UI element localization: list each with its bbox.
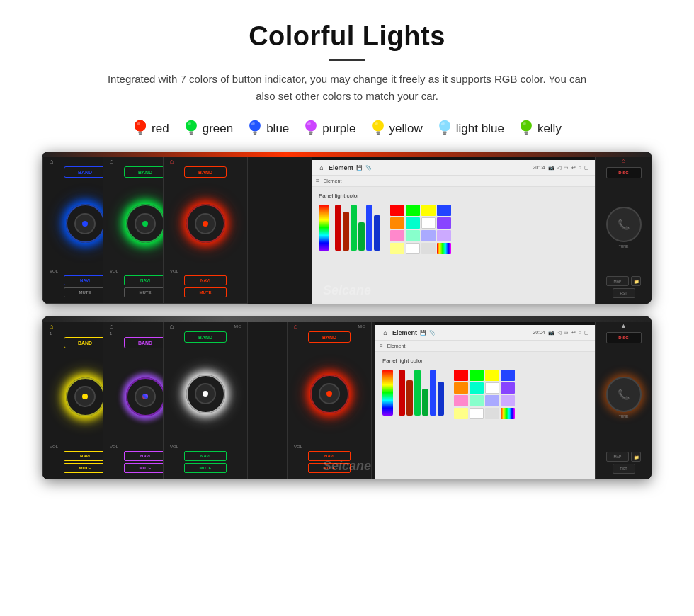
navi-btn-b3[interactable]: NAVI xyxy=(184,451,227,461)
top-red-strip xyxy=(42,152,652,157)
navi-btn-b1[interactable]: NAVI xyxy=(64,451,106,461)
panel-b4-top: ⌂ MIC BAND xyxy=(291,323,368,343)
svg-rect-12 xyxy=(254,133,256,135)
panel-b3-top: ⌂ MIC BAND xyxy=(167,323,244,343)
page-title: Colorful Lights xyxy=(28,21,666,52)
grid-b-cell-7 xyxy=(485,382,499,394)
knob-inner-b3 xyxy=(195,383,216,404)
android-back-icon: ↩ xyxy=(571,165,576,171)
android-topbar-bottom: ⌂ Element 💾 📎 20:04 📷 ◁ ▭ ↩ ○ ▢ xyxy=(375,325,595,341)
color-grid-top xyxy=(390,205,451,254)
mute-btn-p2[interactable]: MUTE xyxy=(124,287,166,297)
grid-b-cell-8 xyxy=(501,382,515,394)
vol-label-b3: VOL xyxy=(167,445,244,449)
grid-cell-8 xyxy=(437,217,451,229)
android-share-icon: 📎 xyxy=(365,165,372,171)
folder-btn-top[interactable]: 📁 xyxy=(631,276,641,286)
home-icon-b2: ⌂ xyxy=(110,323,113,330)
android-home-icon[interactable]: ⌂ xyxy=(317,164,326,172)
hamburger-icon: ≡ xyxy=(316,178,319,184)
grid-b-cell-16 xyxy=(501,408,515,419)
right-middle-bottom: 📞 TUNE xyxy=(606,377,642,418)
color-label-red: red xyxy=(152,122,169,136)
bar-red-1 xyxy=(335,205,341,251)
svg-rect-24 xyxy=(443,133,446,135)
phone-icon-bottom: 📞 xyxy=(618,389,630,400)
folder-btn-bottom[interactable]: 📁 xyxy=(631,452,641,462)
mute-btn-p1[interactable]: MUTE xyxy=(64,287,106,297)
grid-b-cell-3 xyxy=(485,370,499,381)
grid-cell-2 xyxy=(406,205,420,216)
color-row: red green blue xyxy=(28,119,666,139)
spectrum-bar xyxy=(319,205,329,251)
navi-btn-b2[interactable]: NAVI xyxy=(124,451,166,461)
color-item-kelly: kelly xyxy=(518,119,562,139)
android-app-name: Element xyxy=(329,164,353,171)
knob-inner-b1 xyxy=(74,386,96,407)
band-btn-b3[interactable]: BAND xyxy=(184,331,227,343)
color-item-blue: blue xyxy=(247,119,289,139)
knob-b1 xyxy=(66,377,105,416)
knob-inner-p1 xyxy=(74,213,96,234)
mute-btn-p3[interactable]: MUTE xyxy=(184,287,227,297)
rst-btn-bottom[interactable]: RST xyxy=(613,464,635,474)
android-square-icon-b: ▢ xyxy=(584,330,589,336)
grid-b-cell-2 xyxy=(470,370,484,381)
bottom-labels-b4: VOL NAVI MUTE xyxy=(291,445,368,473)
grid-cell-7 xyxy=(421,217,436,229)
band-btn-b4[interactable]: BAND xyxy=(308,331,351,343)
top-unit-wrapper: ⌂ MIC BAND VOL NAVI MUTE xyxy=(28,152,666,304)
subtitle: Integrated with 7 colors of button indic… xyxy=(99,71,595,105)
map-rst-row: MAP 📁 xyxy=(606,276,641,286)
band-btn-b2[interactable]: BAND xyxy=(124,337,166,348)
grid-b-cell-15 xyxy=(485,408,499,419)
disc-btn-top[interactable]: DISC xyxy=(606,167,642,178)
mute-btn-b4[interactable]: MUTE xyxy=(308,463,351,473)
right-top-section: ⌂ DISC xyxy=(606,157,642,178)
right-panel-top: ⌂ DISC 📞 TUNE MAP 📁 RST xyxy=(595,152,652,304)
band-btn-p3[interactable]: BAND xyxy=(184,166,227,178)
color-picker-top xyxy=(319,205,588,254)
right-bottom-top: ▲ DISC xyxy=(606,322,642,343)
spectrum-bar-b xyxy=(382,370,393,416)
mute-btn-b1[interactable]: MUTE xyxy=(64,463,106,473)
android-share-icon-b: 📎 xyxy=(429,330,436,336)
svg-rect-16 xyxy=(309,133,312,135)
band-btn-b1[interactable]: BAND xyxy=(64,337,106,348)
knob-p2 xyxy=(126,204,165,243)
navi-btn-p2[interactable]: NAVI xyxy=(124,275,166,285)
grid-b-cell-5 xyxy=(454,382,468,394)
navi-btn-b4[interactable]: NAVI xyxy=(308,451,351,461)
bar-b-red-2 xyxy=(406,380,413,416)
mute-btn-b3[interactable]: MUTE xyxy=(184,463,227,473)
grid-b-cell-12 xyxy=(501,395,515,406)
android-home-icon-b[interactable]: ⌂ xyxy=(381,329,389,337)
rst-btn-top[interactable]: RST xyxy=(613,288,635,298)
band-btn-p2[interactable]: BAND xyxy=(124,166,166,178)
navi-btn-p3[interactable]: NAVI xyxy=(184,275,227,285)
android-icons-right: 20:04 📷 ◁ ▭ ↩ ○ ▢ xyxy=(533,165,589,171)
bulb-blue-icon xyxy=(247,119,263,139)
color-item-lightblue: light blue xyxy=(437,119,504,139)
mic-b3: MIC xyxy=(234,324,241,329)
vol-label-p3: VOL xyxy=(167,269,244,273)
svg-point-10 xyxy=(249,120,261,132)
grid-cell-12 xyxy=(437,230,451,241)
grid-b-cell-6 xyxy=(470,382,484,394)
svg-rect-3 xyxy=(139,133,142,135)
svg-point-14 xyxy=(305,120,317,132)
map-btn-top[interactable]: MAP xyxy=(606,276,629,286)
android-icons-right-b: 20:04 📷 ◁ ▭ ↩ ○ ▢ xyxy=(533,330,589,336)
home-icon-p3: ⌂ xyxy=(170,158,174,165)
disc-btn-bottom[interactable]: DISC xyxy=(606,332,642,343)
color-item-green: green xyxy=(183,119,233,139)
map-btn-bottom[interactable]: MAP xyxy=(606,452,629,462)
android-save-icon: 💾 xyxy=(356,165,363,171)
knob-dot-p3 xyxy=(203,221,208,227)
navi-btn-p1[interactable]: NAVI xyxy=(64,275,106,285)
band-btn-p1[interactable]: BAND xyxy=(64,166,106,178)
bar-red-2 xyxy=(343,212,349,251)
svg-point-26 xyxy=(520,120,532,132)
grid-cell-13 xyxy=(390,243,404,254)
mute-btn-b2[interactable]: MUTE xyxy=(124,463,166,473)
